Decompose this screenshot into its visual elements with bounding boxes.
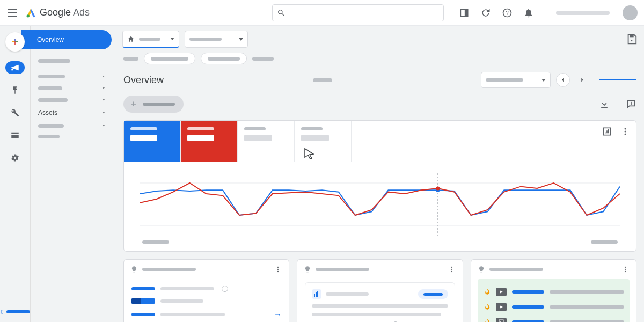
subnav-item[interactable] bbox=[31, 56, 114, 66]
app-header: Google Ads ? bbox=[0, 0, 644, 26]
image-icon bbox=[496, 318, 507, 322]
svg-point-22 bbox=[451, 267, 452, 268]
add-card-button[interactable]: + bbox=[123, 96, 184, 113]
page-title: Overview bbox=[123, 75, 164, 86]
subnav-item-assets[interactable]: Assets bbox=[31, 106, 114, 120]
subnav-item[interactable] bbox=[31, 94, 114, 106]
subnav-item[interactable] bbox=[31, 120, 114, 131]
filter-chip[interactable] bbox=[201, 53, 247, 64]
card-menu-icon[interactable] bbox=[620, 126, 631, 137]
download-icon[interactable] bbox=[599, 99, 610, 109]
svg-rect-31 bbox=[499, 320, 503, 322]
rail-footer[interactable] bbox=[0, 308, 30, 316]
refresh-icon[interactable] bbox=[480, 8, 491, 18]
search-input[interactable] bbox=[272, 4, 444, 21]
filter-chip[interactable] bbox=[144, 53, 195, 64]
assets-card bbox=[471, 259, 636, 322]
info-icon[interactable] bbox=[222, 286, 228, 292]
metric-tab-4[interactable] bbox=[295, 121, 352, 162]
list-item[interactable] bbox=[131, 295, 281, 307]
list-item[interactable]: → bbox=[131, 307, 281, 322]
asset-row[interactable] bbox=[483, 284, 624, 299]
svg-point-11 bbox=[625, 128, 626, 130]
performance-chart-card bbox=[123, 120, 636, 252]
nav-goals-icon[interactable] bbox=[5, 84, 25, 97]
filter-chips bbox=[116, 53, 644, 70]
svg-rect-26 bbox=[316, 292, 317, 297]
svg-point-29 bbox=[625, 269, 626, 270]
reports-icon[interactable] bbox=[459, 8, 470, 18]
campaign-select[interactable] bbox=[185, 31, 248, 48]
save-view-icon[interactable] bbox=[626, 33, 638, 45]
svg-rect-6 bbox=[630, 35, 633, 38]
asset-list bbox=[478, 279, 630, 322]
action-row: + bbox=[116, 96, 644, 120]
svg-point-18 bbox=[436, 187, 440, 191]
svg-point-30 bbox=[625, 271, 626, 272]
plus-icon: + bbox=[129, 99, 138, 109]
nav-billing-icon[interactable] bbox=[5, 129, 25, 142]
svg-rect-27 bbox=[317, 291, 318, 297]
metric-tab-3[interactable] bbox=[238, 121, 295, 162]
filter-label bbox=[123, 57, 138, 61]
metric-tab-1[interactable] bbox=[124, 121, 181, 162]
user-avatar[interactable] bbox=[623, 5, 638, 20]
asset-row[interactable] bbox=[483, 299, 624, 314]
svg-rect-25 bbox=[314, 294, 315, 297]
chart-area[interactable] bbox=[124, 162, 636, 251]
header-actions: ? bbox=[459, 8, 534, 18]
svg-point-5 bbox=[2, 313, 3, 313]
svg-point-7 bbox=[631, 40, 633, 41]
svg-point-12 bbox=[625, 131, 626, 133]
video-icon bbox=[496, 288, 507, 296]
subnav-item[interactable] bbox=[31, 131, 114, 142]
svg-rect-8 bbox=[631, 102, 632, 104]
svg-point-23 bbox=[451, 269, 452, 270]
chevron-down-icon bbox=[101, 110, 106, 115]
recommendations-card: → → → bbox=[123, 259, 289, 322]
svg-point-21 bbox=[277, 271, 279, 272]
lightbulb-icon bbox=[478, 266, 485, 273]
line-chart bbox=[140, 172, 620, 237]
google-ads-logo-icon bbox=[26, 8, 36, 18]
search-field[interactable] bbox=[290, 9, 439, 17]
chevron-down-icon bbox=[101, 74, 106, 79]
feedback-icon[interactable] bbox=[626, 99, 636, 109]
date-prev-button[interactable] bbox=[556, 73, 570, 87]
insight-badge bbox=[418, 289, 448, 299]
header-divider bbox=[545, 6, 545, 19]
subnav-item[interactable] bbox=[31, 82, 114, 94]
date-range-select[interactable] bbox=[481, 72, 551, 88]
summary-cards: → → → bbox=[116, 259, 644, 322]
card-menu-icon[interactable] bbox=[621, 265, 630, 274]
metric-tab-2[interactable] bbox=[181, 121, 238, 162]
title-row: Overview bbox=[116, 70, 644, 96]
menu-icon[interactable] bbox=[6, 6, 19, 19]
subnav-item[interactable] bbox=[31, 70, 114, 82]
brand-logo[interactable]: Google Ads bbox=[26, 7, 90, 18]
nav-tools-icon[interactable] bbox=[5, 106, 25, 119]
account-link[interactable] bbox=[556, 11, 610, 15]
chart-x-labels bbox=[140, 238, 620, 244]
insights-card bbox=[297, 259, 463, 322]
notifications-icon[interactable] bbox=[523, 8, 534, 18]
help-icon[interactable]: ? bbox=[502, 8, 513, 18]
metric-tabs bbox=[124, 121, 636, 162]
nav-admin-icon[interactable] bbox=[5, 151, 25, 164]
card-menu-icon[interactable] bbox=[448, 265, 456, 274]
device-icon bbox=[0, 308, 4, 316]
asset-row[interactable] bbox=[483, 314, 624, 322]
nav-campaigns-icon[interactable] bbox=[5, 61, 25, 74]
card-menu-icon[interactable] bbox=[274, 265, 282, 274]
expand-chart-icon[interactable] bbox=[602, 126, 612, 137]
plus-icon bbox=[10, 37, 20, 47]
list-item[interactable] bbox=[131, 282, 281, 295]
scope-select[interactable] bbox=[122, 31, 179, 48]
insight-item[interactable] bbox=[305, 282, 455, 322]
date-next-button[interactable] bbox=[575, 73, 589, 87]
chevron-down-icon bbox=[101, 123, 106, 128]
lightbulb-icon bbox=[304, 266, 311, 273]
subnav-item-overview[interactable]: Overview bbox=[21, 30, 112, 49]
svg-point-13 bbox=[625, 134, 626, 135]
create-button[interactable] bbox=[5, 32, 25, 52]
